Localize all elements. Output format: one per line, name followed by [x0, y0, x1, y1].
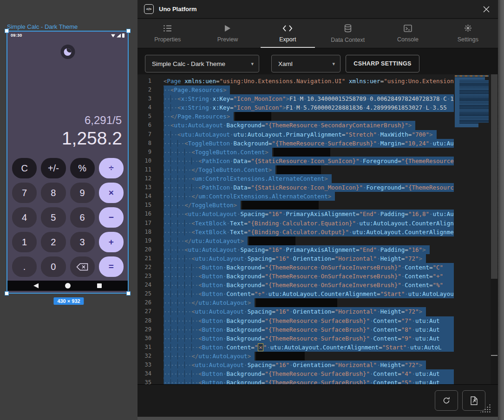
- minimap[interactable]: [454, 74, 491, 384]
- tab-properties[interactable]: Properties: [137, 19, 197, 48]
- window-edge[interactable]: [498, 0, 504, 420]
- code-line: 34··········<Button·Background="{ThemeRe…: [137, 369, 454, 378]
- line-number: 14: [137, 192, 159, 201]
- settings-icon: [464, 24, 472, 34]
- calc-key-backspace[interactable]: [70, 256, 95, 277]
- calc-key-6[interactable]: 6: [70, 207, 95, 228]
- csharp-settings-button[interactable]: CSHARP SETTINGS: [346, 55, 419, 72]
- line-number: 4: [137, 103, 159, 112]
- layout-select[interactable]: Simple Calc - Dark Theme ▾: [145, 55, 259, 72]
- screen: Simple Calc - Dark Theme 09:30 6,291/5 1…: [0, 0, 504, 420]
- calc-equation: 6,291/5: [85, 114, 122, 127]
- line-number: 31: [137, 343, 159, 352]
- code-line: 19······</utu:AutoLayout>: [137, 236, 454, 245]
- design-canvas[interactable]: Simple Calc - Dark Theme 09:30 6,291/5 1…: [0, 0, 137, 420]
- nav-back-icon[interactable]: [33, 283, 39, 289]
- calc-key-7[interactable]: 7: [12, 183, 37, 203]
- calc-key-8[interactable]: 8: [41, 183, 65, 203]
- code-line: 29··········<Button·Background="{ThemeRe…: [137, 325, 454, 334]
- tab-label: Settings: [458, 36, 478, 43]
- nav-recents-icon[interactable]: [97, 283, 102, 288]
- line-number: 15: [137, 201, 159, 210]
- refresh-button[interactable]: [435, 390, 458, 411]
- export-icon: [282, 25, 293, 34]
- calc-key-.[interactable]: .: [12, 256, 37, 277]
- format-select[interactable]: Xaml ▾: [271, 55, 340, 72]
- nav-home-icon[interactable]: [65, 283, 71, 289]
- calc-key-+[interactable]: +: [99, 232, 124, 252]
- scrollbar-match-marker: [491, 355, 497, 356]
- code-line: 11········</ToggleButton.Content>: [137, 165, 454, 174]
- calc-key-−[interactable]: −: [99, 207, 124, 228]
- tab-label: Export: [279, 36, 296, 43]
- calc-key-C[interactable]: C: [12, 158, 37, 178]
- phone-frame[interactable]: 09:30 6,291/5 1,258.2 C+/-%÷789×456−123+…: [7, 31, 129, 294]
- line-number: 6: [137, 121, 159, 130]
- calc-key-1[interactable]: 1: [12, 232, 37, 252]
- code-editor[interactable]: 1<Page xmlns:uen="using:Uno.Extensions.N…: [137, 74, 498, 384]
- line-number: 24: [137, 281, 159, 289]
- line-number: 7: [137, 130, 159, 139]
- code-line: 7····<utu:AutoLayout·utu:AutoLayout.Prim…: [137, 130, 454, 139]
- line-number: 16: [137, 210, 159, 218]
- app-logo-icon: </>: [144, 4, 154, 14]
- theme-toggle-button[interactable]: [60, 45, 75, 59]
- calc-key-×[interactable]: ×: [99, 183, 124, 203]
- calc-key-9[interactable]: 9: [70, 183, 95, 203]
- tab-data-context[interactable]: Data Context: [318, 19, 378, 48]
- code-line: 30··········<Button·Background="{ThemeRe…: [137, 334, 454, 343]
- close-icon[interactable]: [482, 5, 491, 14]
- line-number: 32: [137, 352, 159, 361]
- scrollbar-thumb[interactable]: [491, 74, 497, 279]
- calc-key-0[interactable]: 0: [41, 256, 65, 277]
- window-edge[interactable]: [137, 417, 498, 420]
- line-number: 19: [137, 236, 159, 245]
- calc-key-2[interactable]: 2: [41, 232, 65, 252]
- calc-key-4[interactable]: 4: [12, 207, 37, 228]
- export-file-button[interactable]: [462, 390, 485, 411]
- code-line: 33········<utu:AutoLayout·Spacing="16"·O…: [137, 361, 454, 369]
- code-line: 22··········<Button·Background="{ThemeRe…: [137, 263, 454, 272]
- calc-key-3[interactable]: 3: [70, 232, 95, 252]
- tab-settings[interactable]: Settings: [438, 19, 498, 48]
- line-number: 3: [137, 94, 159, 103]
- selection-handle[interactable]: [5, 291, 9, 295]
- tab-console[interactable]: Console: [378, 19, 438, 48]
- selection-handle[interactable]: [126, 29, 131, 33]
- calc-output: 1,258.2: [62, 128, 122, 149]
- tab-export[interactable]: Export: [258, 19, 318, 48]
- footer-bar: [137, 384, 498, 417]
- code-line: 13··········<PathIcon·Data="{StaticResou…: [137, 183, 454, 192]
- android-nav-bar: [7, 281, 128, 291]
- frame-label[interactable]: Simple Calc - Dark Theme: [7, 23, 78, 30]
- line-number: 25: [137, 289, 159, 298]
- keypad: C+/-%÷789×456−123+.0=: [12, 158, 124, 277]
- tab-label: Data Context: [331, 37, 365, 43]
- code-line: 32········</utu:AutoLayout>: [137, 352, 454, 361]
- data-context-icon: [344, 24, 352, 34]
- code-lines: 1<Page xmlns:uen="using:Uno.Extensions.N…: [137, 77, 454, 384]
- line-number: 11: [137, 165, 159, 174]
- selection-handle[interactable]: [5, 29, 9, 33]
- code-line: 4····<x:String·x:Key="Icon_SunIcon">F1·M…: [137, 103, 454, 112]
- status-time: 09:30: [11, 33, 22, 38]
- window-title: Uno Platform: [159, 6, 197, 13]
- selection-handle[interactable]: [126, 291, 131, 295]
- calc-key-÷[interactable]: ÷: [99, 158, 124, 178]
- code-line: 26········</utu:AutoLayout>: [137, 298, 454, 307]
- code-line: 12········<um:ControlExtensions.Alternat…: [137, 174, 454, 183]
- code-line: 28··········<Button·Background="{ThemeRe…: [137, 316, 454, 325]
- tab-label: Console: [397, 36, 419, 43]
- properties-icon: [163, 25, 172, 34]
- tab-preview[interactable]: Preview: [197, 19, 257, 48]
- calc-key-5[interactable]: 5: [41, 207, 65, 228]
- line-number: 8: [137, 139, 159, 148]
- code-line: 35··········<Button·Background="{ThemeRe…: [137, 378, 454, 384]
- line-number: 35: [137, 378, 159, 384]
- calc-key-+/-[interactable]: +/-: [41, 158, 65, 178]
- vertical-scrollbar[interactable]: [491, 74, 498, 384]
- calc-key-=[interactable]: =: [99, 256, 124, 277]
- export-toolbar: Simple Calc - Dark Theme ▾ Xaml ▾ CSHARP…: [137, 48, 498, 74]
- line-number: 28: [137, 316, 159, 325]
- calc-key-%[interactable]: %: [70, 158, 95, 178]
